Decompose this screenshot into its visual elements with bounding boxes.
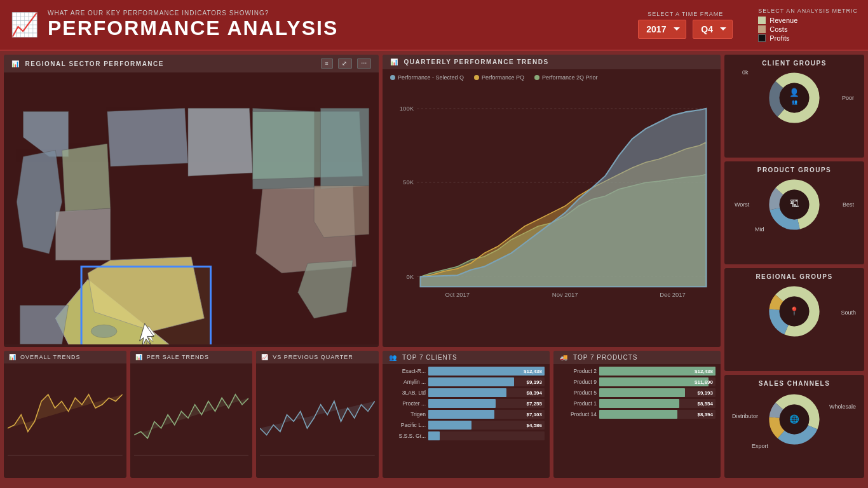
trends-content: Performance - Selected Q Performance PQ … xyxy=(383,69,721,341)
main-layout: 📊 REGIONAL SECTOR PERFORMANCE ≡ ⤢ ⋯ xyxy=(0,51,868,488)
metric-selector: SELECT AN ANALYSIS METRIC Revenue Costs … xyxy=(758,8,858,42)
client-row-4: Procter ... $7,255 xyxy=(388,399,545,408)
regional-groups-donut-container: 📍 South xyxy=(729,284,859,338)
client-row-3: 3LAB, Ltd $8,394 xyxy=(388,388,545,397)
per-sale-chart xyxy=(130,363,253,473)
product-label-5: Product 14 xyxy=(559,411,597,417)
client-value-1: $12,438 xyxy=(524,369,542,374)
client-bar-4: $7,255 xyxy=(428,399,545,408)
product-groups-label-mid: Mid xyxy=(755,226,764,233)
product-groups-label-worst: Worst xyxy=(735,201,749,208)
client-row-7: S.S.S. Gr... xyxy=(388,431,545,440)
sales-channels-donut: 🌐 xyxy=(766,391,823,448)
metric-costs[interactable]: Costs xyxy=(758,25,797,33)
client-groups-label-right: Poor xyxy=(842,95,854,101)
trends-title: QUARTERLY PERFORMANCE TRENDS xyxy=(404,58,549,65)
svg-text:0K: 0K xyxy=(406,273,414,280)
bottom-left: 📊 OVERALL TRENDS 📊 PER SALE TRENDS xyxy=(4,351,379,478)
product-groups-title: PRODUCT GROUPS xyxy=(729,166,859,173)
client-label-7: S.S.S. Gr... xyxy=(388,433,426,439)
svg-text:Dec 2017: Dec 2017 xyxy=(660,291,686,298)
clients-header: 👥 TOP 7 CLIENTS xyxy=(383,351,550,364)
svg-text:🏗: 🏗 xyxy=(790,198,799,208)
quarter-select[interactable]: Q4 Q3 Q2 Q1 xyxy=(693,20,733,39)
svg-marker-5 xyxy=(107,108,188,166)
overall-trends-chart xyxy=(4,363,126,473)
costs-box xyxy=(758,25,766,33)
us-map xyxy=(4,72,379,344)
vs-previous-chart-svg xyxy=(260,367,375,469)
metric-profits[interactable]: Profits xyxy=(758,34,797,42)
costs-label: Costs xyxy=(770,25,787,33)
overall-trends-header: 📊 OVERALL TRENDS xyxy=(4,351,126,363)
legend-dot-pq xyxy=(474,75,479,80)
map-title: REGIONAL SECTOR PERFORMANCE xyxy=(25,60,164,67)
map-more-btn[interactable]: ⋯ xyxy=(357,58,372,69)
product-bar-1: $12,438 xyxy=(599,367,715,376)
product-fill-4 xyxy=(599,399,679,408)
sales-channels-title: SALES CHANNELS xyxy=(729,380,859,387)
product-label-3: Product 5 xyxy=(559,390,597,396)
year-select[interactable]: 2017 2016 2015 xyxy=(638,20,686,39)
svg-point-31 xyxy=(780,83,810,112)
per-sale-title: PER SALE TRENDS xyxy=(147,354,209,360)
metric-revenue[interactable]: Revenue xyxy=(758,17,797,24)
products-header: 🚚 TOP 7 PRODUCTS xyxy=(553,351,721,364)
vs-previous-chart xyxy=(256,363,379,473)
products-list: Product 2 $12,438 Product 9 $11,690 Prod… xyxy=(553,364,721,423)
vs-previous-panel: 📈 VS PREVIOUS QUARTER xyxy=(256,351,379,478)
product-groups-donut-container: Worst 🏗 Best Mid xyxy=(729,177,859,231)
client-value-6: $4,586 xyxy=(527,423,542,428)
svg-marker-7 xyxy=(188,108,253,176)
svg-marker-13 xyxy=(320,108,369,189)
client-fill-2 xyxy=(428,377,514,386)
map-container[interactable] xyxy=(4,72,379,344)
trends-header: 📊 QUARTERLY PERFORMANCE TRENDS xyxy=(383,55,721,69)
per-sale-icon: 📊 xyxy=(135,354,143,360)
overall-trends-panel: 📊 OVERALL TRENDS xyxy=(4,351,126,478)
sales-channels-label-export: Export xyxy=(752,443,768,449)
map-expand-btn[interactable]: ⤢ xyxy=(338,58,352,69)
sales-channels-section: SALES CHANNELS Distributor 🌐 Wholesale E… xyxy=(724,375,864,478)
products-title: TOP 7 PRODUCTS xyxy=(573,354,637,361)
client-label-1: Exact-R... xyxy=(388,368,426,374)
product-groups-label-best: Best xyxy=(843,201,854,208)
sales-channels-label-wholesale: Wholesale xyxy=(829,403,856,410)
products-panel: 🚚 TOP 7 PRODUCTS Product 2 $12,438 Produ… xyxy=(553,351,721,478)
client-bar-7 xyxy=(428,431,545,440)
client-label-4: Procter ... xyxy=(388,400,426,407)
legend-dot-selected xyxy=(390,75,395,80)
product-label-4: Product 1 xyxy=(559,400,597,407)
client-fill-6 xyxy=(428,421,471,430)
svg-text:👤: 👤 xyxy=(789,88,799,98)
clients-panel: 👥 TOP 7 CLIENTS Exact-R... $12,438 Amyli… xyxy=(383,351,550,478)
client-label-6: Pacific L... xyxy=(388,422,426,428)
product-groups-donut: 🏗 xyxy=(766,176,823,233)
client-row-2: Amylin ... $9,193 xyxy=(388,377,545,386)
product-groups-section: PRODUCT GROUPS Worst 🏗 Best Mid xyxy=(724,161,864,264)
client-label-3: 3LAB, Ltd xyxy=(388,390,426,396)
map-menu-btn[interactable]: ≡ xyxy=(321,58,333,69)
legend-2q-prior: Performance 2Q Prior xyxy=(534,74,598,81)
client-fill-3 xyxy=(428,388,506,397)
header-title-block: WHAT ARE OUR KEY PERFORMANCE INDICATORS … xyxy=(48,10,338,40)
product-bar-5: $8,394 xyxy=(599,410,715,419)
page-title: PERFORMANCE ANALYSIS xyxy=(48,17,338,40)
client-value-4: $7,255 xyxy=(527,401,542,407)
map-icon: 📊 xyxy=(11,60,20,67)
client-groups-donut: 👤 👥 xyxy=(766,69,823,126)
clients-icon: 👥 xyxy=(389,354,397,361)
client-fill-7 xyxy=(428,431,440,440)
header-icon: 📈 xyxy=(10,11,39,38)
svg-text:📍: 📍 xyxy=(789,306,799,316)
client-label-5: Trigen xyxy=(388,411,426,417)
trends-chart: 100K 50K 0K Oct 2017 Nov 2017 Dec 2017 xyxy=(390,85,713,321)
client-row-6: Pacific L... $4,586 xyxy=(388,421,545,430)
trends-legend: Performance - Selected Q Performance PQ … xyxy=(390,74,713,81)
svg-text:Oct 2017: Oct 2017 xyxy=(445,291,470,298)
clients-title: TOP 7 CLIENTS xyxy=(402,354,458,361)
map-panel-header: 📊 REGIONAL SECTOR PERFORMANCE ≡ ⤢ ⋯ xyxy=(4,55,379,72)
product-bar-4: $8,554 xyxy=(599,399,715,408)
product-row-1: Product 2 $12,438 xyxy=(559,367,715,376)
overall-title: OVERALL TRENDS xyxy=(20,354,81,360)
